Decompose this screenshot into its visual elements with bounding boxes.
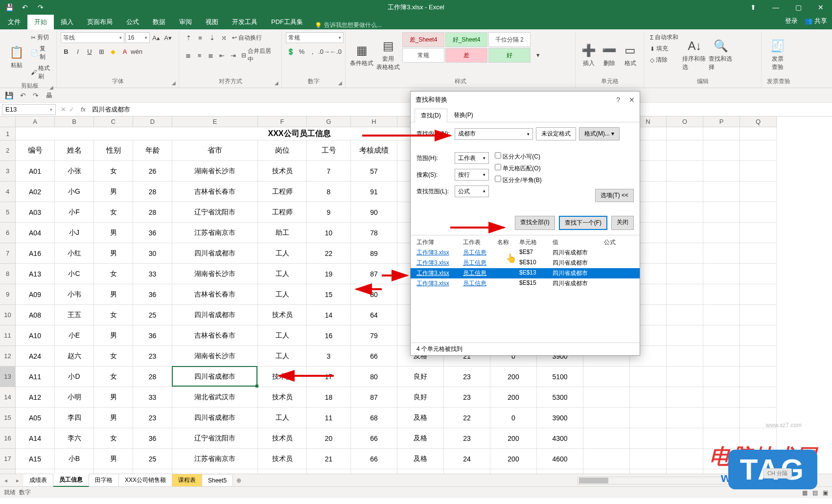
table-cell[interactable]: 14 [307, 305, 351, 325]
column-header[interactable]: P [703, 116, 740, 127]
table-cell[interactable]: 200 [490, 449, 537, 469]
increase-font-icon[interactable]: A▴ [151, 32, 162, 43]
tab-home[interactable]: 开始 [27, 15, 54, 29]
column-header[interactable]: Q [740, 116, 777, 127]
table-cell[interactable] [703, 161, 740, 182]
table-cell[interactable] [667, 387, 703, 408]
table-cell[interactable]: 小B [55, 449, 94, 469]
table-cell[interactable] [703, 367, 740, 387]
align-launcher-icon[interactable]: ◢ [275, 80, 278, 86]
table-cell[interactable]: 工程师 [258, 182, 307, 202]
table-cell[interactable]: 技术员 [258, 428, 307, 449]
cancel-formula-icon[interactable]: ✕ [61, 106, 66, 113]
table-cell[interactable]: 技术员 [258, 305, 307, 325]
table-cell[interactable]: 22 [444, 469, 490, 474]
cell-styles-gallery[interactable]: 差_Sheet4 好_Sheet4 千位分隔 2 常规 差 好 [402, 32, 531, 77]
table-cell[interactable]: 女 [94, 346, 133, 367]
table-cell[interactable]: 工人 [258, 243, 307, 264]
cut-button[interactable]: ✂ 剪切 [29, 32, 52, 43]
table-cell[interactable]: 工程师 [258, 202, 307, 223]
table-cell[interactable]: 工人 [258, 325, 307, 346]
table-cell[interactable] [583, 469, 630, 474]
table-cell[interactable]: A15 [16, 449, 55, 469]
row-header[interactable]: 16 [0, 428, 16, 449]
table-cell[interactable]: 5300 [537, 387, 583, 408]
row-header[interactable]: 17 [0, 449, 16, 469]
table-cell[interactable]: 男 [94, 284, 133, 305]
sheet-tab[interactable]: XXX公司销售额 [119, 474, 172, 486]
font-color-icon[interactable]: A [119, 46, 130, 57]
table-cell[interactable] [667, 469, 703, 474]
number-format-combo[interactable]: 常规▾ [286, 32, 344, 43]
table-cell[interactable]: A24 [16, 346, 55, 367]
table-cell[interactable]: 23 [444, 428, 490, 449]
styles-more-icon[interactable]: ▾ [532, 49, 543, 60]
invoice-check-button[interactable]: 🧾发票 查验 [765, 32, 790, 77]
table-cell[interactable] [740, 161, 777, 182]
table-cell[interactable]: A10 [16, 325, 55, 346]
tab-review[interactable]: 审阅 [172, 15, 199, 29]
table-cell[interactable] [703, 325, 740, 346]
column-header[interactable]: H [351, 116, 397, 127]
row-header[interactable]: 4 [0, 182, 16, 202]
table-cell[interactable]: A04 [16, 223, 55, 243]
table-cell[interactable] [630, 469, 667, 474]
copy-button[interactable]: 📄 复制 [29, 44, 52, 62]
table-cell[interactable]: A09 [16, 284, 55, 305]
undo-icon[interactable]: ↶ [20, 2, 30, 13]
table-cell[interactable]: A03 [16, 202, 55, 223]
table-cell[interactable] [667, 367, 703, 387]
close-icon[interactable]: ✕ [809, 0, 832, 15]
table-cell[interactable]: A01 [16, 161, 55, 182]
row-header[interactable]: 3 [0, 161, 16, 182]
table-cell[interactable] [740, 387, 777, 408]
table-cell[interactable]: 辽宁省沈阳市 [172, 428, 258, 449]
scope-combo[interactable]: 工作表▾ [455, 152, 489, 164]
table-cell[interactable]: 24 [444, 449, 490, 469]
style-thousand[interactable]: 千位分隔 2 [488, 32, 531, 47]
table-cell[interactable]: 小红 [55, 243, 94, 264]
align-bottom-icon[interactable]: ⇣ [207, 32, 217, 43]
sheet-nav-first-icon[interactable]: ◂ [0, 477, 12, 484]
fill-color-icon[interactable]: ◆ [108, 46, 118, 57]
row-header[interactable]: 14 [0, 387, 16, 408]
table-cell[interactable]: 小E [55, 325, 94, 346]
table-cell[interactable]: 辽宁省沈阳市 [172, 202, 258, 223]
table-cell[interactable] [740, 305, 777, 325]
format-cells-button[interactable]: ▭格式 [621, 32, 640, 77]
table-cell[interactable]: 女 [94, 367, 133, 387]
table-cell[interactable]: 22 [444, 408, 490, 428]
table-cell[interactable]: 28 [133, 367, 172, 387]
match-case-checkbox[interactable]: 区分大小写(C) [495, 152, 542, 161]
table-cell[interactable]: A12 [16, 387, 55, 408]
table-cell[interactable] [583, 449, 630, 469]
table-cell[interactable]: 0 [490, 408, 537, 428]
dialog-tab-replace[interactable]: 替换(P) [447, 108, 480, 122]
table-cell[interactable]: 良好 [397, 387, 444, 408]
table-cell[interactable]: A16 [16, 243, 55, 264]
table-cell[interactable] [667, 202, 703, 223]
sheet-tab-active[interactable]: 员工信息 [53, 474, 89, 487]
search-result-row[interactable]: 工作簿3.xlsx员工信息$E$10四川省成都市 [411, 258, 640, 268]
table-cell[interactable]: 及格 [397, 449, 444, 469]
table-cell[interactable]: 0 [490, 469, 537, 474]
table-cell[interactable]: 89 [351, 243, 397, 264]
fill-button[interactable]: ⬇ 填充 [648, 44, 680, 54]
table-cell[interactable]: 87 [351, 264, 397, 284]
row-header[interactable]: 12 [0, 346, 16, 367]
number-launcher-icon[interactable]: ◢ [338, 80, 342, 86]
table-cell[interactable]: 工人 [258, 284, 307, 305]
table-cell[interactable]: 23 [444, 387, 490, 408]
table-cell[interactable] [667, 428, 703, 449]
table-cell[interactable]: 24 [133, 469, 172, 474]
table-cell[interactable] [703, 202, 740, 223]
table-cell[interactable]: 小张 [55, 161, 94, 182]
add-sheet-icon[interactable]: ⊕ [233, 477, 245, 484]
table-cell[interactable]: 3 [307, 346, 351, 367]
table-cell[interactable]: 28 [133, 182, 172, 202]
table-cell[interactable]: 33 [133, 387, 172, 408]
qat-print-icon[interactable]: 🖶 [46, 92, 52, 99]
row-header[interactable]: 5 [0, 202, 16, 223]
table-cell[interactable]: 吉林省长春市 [172, 182, 258, 202]
table-cell[interactable]: 79 [351, 325, 397, 346]
